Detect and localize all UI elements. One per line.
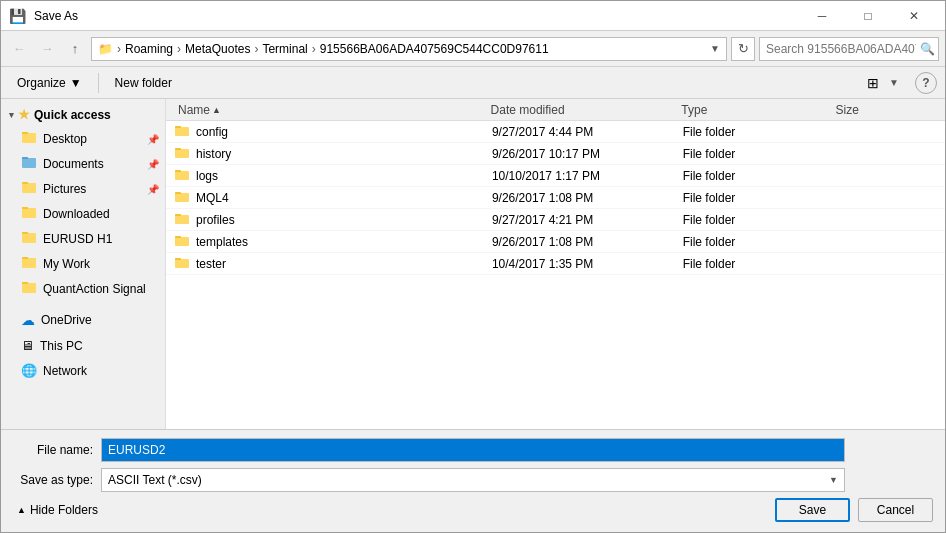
- table-row[interactable]: profiles 9/27/2017 4:21 PM File folder: [166, 209, 945, 231]
- new-folder-button[interactable]: New folder: [107, 71, 180, 95]
- folder-icon: [174, 210, 190, 229]
- col-header-name[interactable]: Name ▲: [174, 103, 487, 117]
- svg-rect-26: [175, 259, 189, 268]
- svg-rect-17: [175, 148, 181, 150]
- help-button[interactable]: ?: [915, 72, 937, 94]
- svg-rect-5: [22, 182, 28, 184]
- svg-rect-12: [22, 283, 36, 293]
- table-row[interactable]: templates 9/26/2017 1:08 PM File folder: [166, 231, 945, 253]
- table-row[interactable]: history 9/26/2017 10:17 PM File folder: [166, 143, 945, 165]
- svg-rect-3: [22, 157, 28, 159]
- table-row[interactable]: tester 10/4/2017 1:35 PM File folder: [166, 253, 945, 275]
- organize-button[interactable]: Organize ▼: [9, 71, 90, 95]
- file-name-cell: config: [196, 125, 228, 139]
- sidebar-item-my-work[interactable]: My Work: [1, 251, 165, 276]
- sidebar-item-my-work-label: My Work: [43, 257, 90, 271]
- svg-rect-18: [175, 171, 189, 180]
- svg-rect-14: [175, 127, 189, 136]
- sidebar-item-network[interactable]: 🌐 Network: [1, 360, 165, 381]
- path-roaming: Roaming: [125, 42, 173, 56]
- path-icon: 📁: [98, 42, 113, 56]
- path-guid: 915566BA06ADA407569C544CC0D97611: [320, 42, 549, 56]
- sort-icon: ▲: [212, 105, 221, 115]
- svg-rect-23: [175, 214, 181, 216]
- sidebar-item-onedrive-label: OneDrive: [41, 313, 92, 327]
- sidebar-item-downloaded-label: Downloaded: [43, 207, 110, 221]
- view-options-button[interactable]: ⊞: [861, 71, 885, 95]
- back-button[interactable]: ←: [7, 37, 31, 61]
- network-icon: 🌐: [21, 363, 37, 378]
- maximize-button[interactable]: □: [845, 1, 891, 31]
- table-row[interactable]: config 9/27/2017 4:44 PM File folder: [166, 121, 945, 143]
- minimize-button[interactable]: ─: [799, 1, 845, 31]
- file-name-cell: logs: [196, 169, 218, 183]
- sidebar-item-quantaction[interactable]: QuantAction Signal: [1, 276, 165, 301]
- toolbar: Organize ▼ New folder ⊞ ▼ ?: [1, 67, 945, 99]
- save-button[interactable]: Save: [775, 498, 850, 522]
- eurusd-folder-icon: [21, 229, 37, 248]
- forward-button[interactable]: →: [35, 37, 59, 61]
- sidebar-item-eurusd-h1[interactable]: EURUSD H1: [1, 226, 165, 251]
- sidebar-item-thispc-label: This PC: [40, 339, 83, 353]
- view-chevron-icon: ▼: [889, 77, 899, 88]
- pin-icon-pics: 📌: [147, 183, 159, 194]
- file-list: Name ▲ Date modified Type Size: [166, 99, 945, 429]
- sidebar-item-desktop-label: Desktop: [43, 132, 87, 146]
- svg-rect-10: [22, 258, 36, 268]
- save-as-type-value: ASCII Text (*.csv): [108, 473, 202, 487]
- toolbar-separator: [98, 73, 99, 93]
- svg-rect-9: [22, 232, 28, 234]
- col-header-date[interactable]: Date modified: [487, 103, 678, 117]
- thispc-icon: 🖥: [21, 338, 34, 353]
- address-path[interactable]: 📁 › Roaming › MetaQuotes › Terminal › 91…: [91, 37, 727, 61]
- file-name-row: File name:: [13, 438, 933, 462]
- sidebar-item-documents[interactable]: Documents 📌: [1, 151, 165, 176]
- sidebar-item-onedrive[interactable]: ☁ OneDrive: [1, 309, 165, 331]
- file-date-cell: 10/4/2017 1:35 PM: [492, 257, 683, 271]
- table-row[interactable]: MQL4 9/26/2017 1:08 PM File folder: [166, 187, 945, 209]
- svg-rect-15: [175, 126, 181, 128]
- file-list-header: Name ▲ Date modified Type Size: [166, 99, 945, 121]
- svg-rect-22: [175, 215, 189, 224]
- svg-rect-7: [22, 207, 28, 209]
- sidebar-item-thispc[interactable]: 🖥 This PC: [1, 335, 165, 356]
- sidebar-item-pictures[interactable]: Pictures 📌: [1, 176, 165, 201]
- svg-rect-19: [175, 170, 181, 172]
- search-input[interactable]: [766, 42, 916, 56]
- file-date-cell: 9/26/2017 1:08 PM: [492, 191, 683, 205]
- file-name-input[interactable]: [101, 438, 845, 462]
- folder-icon: [174, 144, 190, 163]
- sidebar-item-downloaded[interactable]: Downloaded: [1, 201, 165, 226]
- quick-access-header[interactable]: ▾ ★ Quick access: [1, 103, 165, 126]
- svg-rect-8: [22, 233, 36, 243]
- file-type-cell: File folder: [683, 213, 836, 227]
- up-button[interactable]: ↑: [63, 37, 87, 61]
- pictures-folder-icon: [21, 179, 37, 198]
- file-type-cell: File folder: [683, 235, 836, 249]
- svg-rect-6: [22, 208, 36, 218]
- hide-folders-button[interactable]: ▲ Hide Folders: [13, 501, 102, 519]
- sidebar-item-pictures-label: Pictures: [43, 182, 86, 196]
- col-header-size[interactable]: Size: [832, 103, 937, 117]
- sidebar-item-quantaction-label: QuantAction Signal: [43, 282, 146, 296]
- folder-icon: [174, 122, 190, 141]
- save-as-type-select[interactable]: ASCII Text (*.csv) ▼: [101, 468, 845, 492]
- buttons-row: ▲ Hide Folders Save Cancel: [13, 498, 933, 524]
- address-chevron-icon: ▼: [710, 43, 720, 54]
- search-icon: 🔍: [920, 42, 935, 56]
- close-button[interactable]: ✕: [891, 1, 937, 31]
- main-content: ▾ ★ Quick access Desktop 📌 Documents 📌: [1, 99, 945, 429]
- file-date-cell: 10/10/2017 1:17 PM: [492, 169, 683, 183]
- svg-rect-24: [175, 237, 189, 246]
- refresh-button[interactable]: ↻: [731, 37, 755, 61]
- col-header-type[interactable]: Type: [677, 103, 831, 117]
- file-date-cell: 9/27/2017 4:21 PM: [492, 213, 683, 227]
- cancel-button[interactable]: Cancel: [858, 498, 933, 522]
- sidebar-item-desktop[interactable]: Desktop 📌: [1, 126, 165, 151]
- svg-rect-13: [22, 282, 28, 284]
- file-date-cell: 9/26/2017 1:08 PM: [492, 235, 683, 249]
- svg-rect-0: [22, 133, 36, 143]
- table-row[interactable]: logs 10/10/2017 1:17 PM File folder: [166, 165, 945, 187]
- search-box[interactable]: 🔍: [759, 37, 939, 61]
- downloaded-folder-icon: [21, 204, 37, 223]
